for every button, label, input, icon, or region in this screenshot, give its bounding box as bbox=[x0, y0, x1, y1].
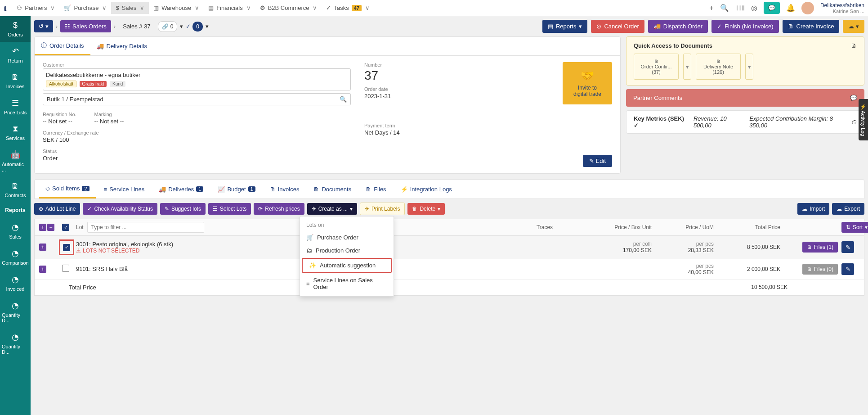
barcode-icon[interactable]: ⦀⦀⦀ bbox=[735, 4, 745, 12]
search-icon[interactable]: 🔍 bbox=[720, 4, 729, 12]
app-logo[interactable]: t bbox=[4, 2, 7, 14]
chat-icon[interactable]: 💬 bbox=[764, 2, 780, 14]
nav-sales[interactable]: $Sales∨ bbox=[111, 2, 149, 14]
nav-financials[interactable]: ▤Financials∨ bbox=[204, 2, 255, 14]
help-icon[interactable]: ◎ bbox=[751, 4, 757, 12]
nav-purchase[interactable]: 🛒Purchase∨ bbox=[59, 2, 111, 14]
user-avatar[interactable] bbox=[801, 2, 814, 14]
add-icon[interactable]: + bbox=[710, 4, 714, 12]
nav-warehouse[interactable]: ▥Warehouse∨ bbox=[149, 2, 204, 14]
user-menu[interactable]: Delikatessfabriken Katrine Søn ... bbox=[820, 2, 864, 14]
nav-b2b[interactable]: ⚙B2B Commerce∨ bbox=[255, 2, 322, 14]
top-navbar: t ⚇Partners∨ 🛒Purchase∨ $Sales∨ ▥Warehou… bbox=[0, 0, 868, 16]
nav-partners[interactable]: ⚇Partners∨ bbox=[12, 2, 59, 14]
nav-tasks[interactable]: ✓Tasks47∨ bbox=[322, 2, 374, 14]
bell-icon[interactable]: 🔔 bbox=[786, 4, 795, 12]
